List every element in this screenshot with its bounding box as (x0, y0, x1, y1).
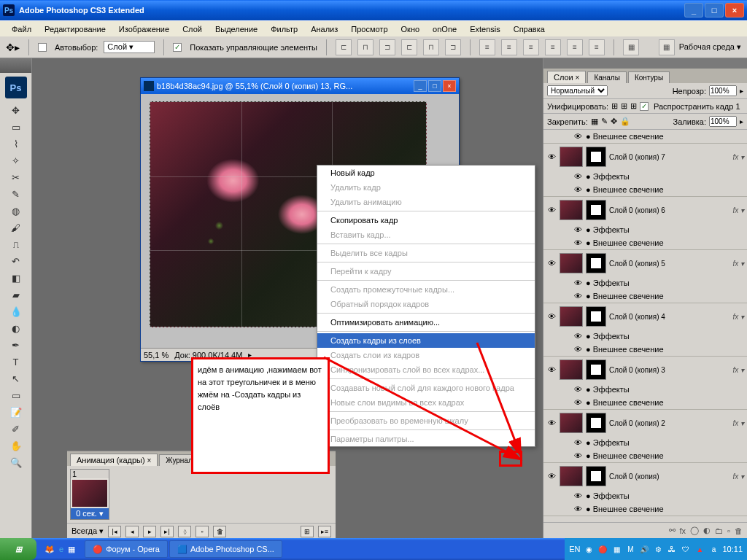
maximize-button[interactable]: □ (705, 3, 724, 18)
layer-row[interactable]: 👁Слой 0 (копия) 2fx ▾ (543, 410, 747, 436)
menu-extensis[interactable]: Extensis (464, 23, 506, 35)
tray-icon[interactable]: 🛡 (681, 544, 691, 554)
tray-icon[interactable]: 🖧 (667, 544, 677, 554)
play-button[interactable]: ▸ (143, 526, 156, 537)
lock-icon[interactable]: ▦ (591, 117, 598, 126)
clock[interactable]: 10:11 (722, 545, 743, 553)
type-tool[interactable]: T (7, 354, 25, 370)
start-button[interactable]: ⊞ (0, 538, 36, 560)
distribute-icon[interactable]: ≡ (523, 39, 539, 55)
animation-frame[interactable]: 1 0 сек. ▾ (70, 469, 109, 520)
path-tool[interactable]: ↖ (7, 370, 25, 386)
taskbar-item-opera[interactable]: 🔴 Форум - Opera (85, 540, 168, 558)
menu-item[interactable]: Скопировать кадр (317, 213, 535, 228)
autoselect-checkbox[interactable] (38, 43, 47, 52)
align-icon[interactable]: ⊐ (445, 39, 461, 55)
visibility-icon[interactable]: 👁 (546, 152, 557, 161)
new-layer-icon[interactable]: ▫ (727, 526, 730, 535)
menu-фильтр[interactable]: Фильтр (265, 23, 303, 35)
taskbar-item-photoshop[interactable]: 🟦 Adobe Photoshop CS... (169, 540, 282, 558)
tab-animation[interactable]: Анимация (кадры) × (70, 454, 158, 466)
stamp-tool[interactable]: ⎍ (7, 236, 25, 252)
menu-справка[interactable]: Справка (508, 23, 551, 35)
new-frame-button[interactable]: ▫ (196, 526, 209, 537)
marquee-tool[interactable]: ▭ (7, 119, 25, 135)
visibility-icon[interactable]: 👁 (546, 206, 557, 214)
tab-layers[interactable]: Слои × (547, 71, 586, 83)
quicklaunch-icon[interactable]: ▦ (68, 545, 75, 554)
adjustment-icon[interactable]: ◐ (703, 526, 711, 535)
autoalign-icon[interactable]: ▦ (623, 39, 639, 55)
layer-row[interactable]: 👁Слой 0 (копия) 5fx ▾ (543, 250, 747, 276)
tab-channels[interactable]: Каналы (587, 71, 627, 83)
move-tool-icon[interactable]: ✥▸ (6, 42, 20, 53)
gradient-tool[interactable]: ▰ (7, 287, 25, 303)
visibility-icon[interactable]: 👁 (546, 312, 557, 321)
menu-файл[interactable]: Файл (6, 23, 37, 35)
tray-icon[interactable]: M (625, 544, 635, 554)
align-icon[interactable]: ⊏ (401, 39, 417, 55)
layer-row[interactable]: 👁Слой 0 (копия) 3fx ▾ (543, 357, 747, 383)
align-icon[interactable]: ⊓ (357, 39, 374, 55)
document-titlebar[interactable]: b18b4d38ac94.jpg @ 55,1% (Слой 0 (копия)… (141, 78, 459, 94)
crop-tool[interactable]: ✂ (7, 169, 25, 185)
align-icon[interactable]: ⊏ (336, 39, 352, 55)
menu-анализ[interactable]: Анализ (305, 23, 344, 35)
distribute-icon[interactable]: ≡ (545, 39, 561, 55)
workspace-icon[interactable]: ▦ (659, 39, 675, 55)
tray-icon[interactable]: ▦ (611, 544, 622, 554)
brush-tool[interactable]: 🖌 (7, 219, 25, 236)
propagate-checkbox[interactable] (640, 102, 649, 111)
shape-tool[interactable]: ▭ (7, 387, 25, 403)
menu-окно[interactable]: Окно (395, 23, 426, 35)
menu-редактирование[interactable]: Редактирование (39, 23, 112, 35)
layer-row[interactable]: 👁Слой 0 (копия) 6fx ▾ (543, 197, 747, 223)
quicklaunch-icon[interactable]: 🦊 (44, 545, 55, 554)
blur-tool[interactable]: 💧 (7, 303, 25, 319)
layer-mask[interactable] (586, 359, 606, 380)
eraser-tool[interactable]: ◧ (7, 270, 25, 286)
unify-icon[interactable]: ⊞ (630, 101, 637, 111)
menu-просмотр[interactable]: Просмотр (345, 23, 393, 35)
blend-mode-dropdown[interactable]: Нормальный (547, 85, 608, 96)
zoom-tool[interactable]: 🔍 (7, 454, 25, 470)
move-tool[interactable]: ✥ (7, 102, 25, 118)
unify-icon[interactable]: ⊞ (611, 101, 618, 111)
distribute-icon[interactable]: ≡ (589, 39, 605, 55)
menu-слой[interactable]: Слой (177, 23, 208, 35)
fx-icon[interactable]: fx (680, 526, 686, 535)
next-frame-button[interactable]: ▸| (160, 526, 174, 537)
tray-icon[interactable]: ◉ (584, 544, 594, 554)
lock-icon[interactable]: 🔒 (620, 117, 630, 126)
dodge-tool[interactable]: ◐ (7, 320, 25, 336)
lock-icon[interactable]: ✥ (611, 117, 617, 126)
prev-frame-button[interactable]: ◂ (125, 526, 139, 537)
tween-button[interactable]: ⎀ (178, 526, 191, 537)
visibility-icon[interactable]: 👁 (546, 419, 557, 427)
doc-close-button[interactable]: × (443, 80, 456, 92)
pen-tool[interactable]: ✒ (7, 337, 25, 353)
show-controls-checkbox[interactable] (173, 43, 182, 52)
align-icon[interactable]: ⊐ (379, 39, 395, 55)
heal-tool[interactable]: ◍ (7, 203, 25, 219)
slice-tool[interactable]: ✎ (7, 186, 25, 202)
panel-menu-button[interactable]: ▸≡ (318, 526, 331, 537)
opacity-input[interactable] (709, 85, 737, 96)
tray-icon[interactable]: 🔴 (597, 544, 608, 554)
quicklaunch-icon[interactable]: e (59, 545, 63, 553)
autoselect-dropdown[interactable]: Слой ▾ (104, 41, 155, 53)
layer-mask[interactable] (586, 200, 606, 220)
layer-row[interactable]: 👁Слой 0 (копия) 7fx ▾ (543, 144, 747, 170)
distribute-icon[interactable]: ≡ (501, 39, 517, 55)
tray-icon[interactable]: ▲ (694, 544, 705, 554)
wand-tool[interactable]: ✧ (7, 152, 25, 168)
mask-icon[interactable]: ◯ (690, 526, 699, 535)
doc-maximize-button[interactable]: □ (428, 80, 441, 92)
lasso-tool[interactable]: ⌇ (7, 136, 25, 152)
layer-mask[interactable] (586, 413, 606, 433)
tray-icon[interactable]: a (708, 544, 719, 554)
unify-icon[interactable]: ⊞ (621, 101, 627, 111)
layer-row[interactable]: 👁Слой 0 (копия) 4fx ▾ (543, 303, 747, 330)
tray-icon[interactable]: ⚙ (653, 544, 663, 554)
first-frame-button[interactable]: |◂ (108, 526, 121, 537)
